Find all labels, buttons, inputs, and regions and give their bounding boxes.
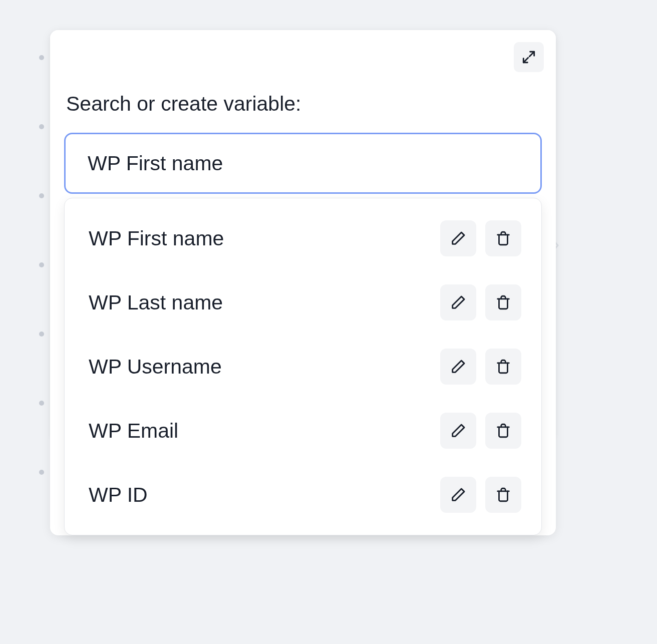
- trash-icon: [495, 422, 512, 439]
- edit-button[interactable]: [440, 477, 476, 513]
- dot: [39, 262, 44, 267]
- delete-button[interactable]: [485, 284, 521, 320]
- pencil-icon: [450, 422, 467, 439]
- variable-search-panel: Search or create variable: WP First name: [50, 30, 556, 535]
- background-dots: [39, 55, 44, 475]
- pencil-icon: [450, 294, 467, 311]
- trash-icon: [495, 230, 512, 247]
- dropdown-item-label: WP ID: [89, 483, 148, 507]
- trash-icon: [495, 294, 512, 311]
- trash-icon: [495, 486, 512, 503]
- dropdown-item-label: WP Username: [89, 355, 222, 379]
- dropdown-item[interactable]: WP First name: [65, 206, 541, 270]
- dot: [39, 332, 44, 337]
- item-actions: [440, 349, 521, 385]
- edit-button[interactable]: [440, 284, 476, 320]
- delete-button[interactable]: [485, 349, 521, 385]
- dot: [39, 124, 44, 129]
- variable-search-input[interactable]: [64, 133, 542, 194]
- dot: [39, 55, 44, 60]
- variable-dropdown: WP First name: [64, 198, 542, 535]
- item-actions: [440, 284, 521, 320]
- trash-icon: [495, 358, 512, 375]
- dropdown-item-label: WP First name: [89, 227, 224, 250]
- dot: [39, 470, 44, 475]
- delete-button[interactable]: [485, 413, 521, 449]
- edit-button[interactable]: [440, 220, 476, 256]
- dropdown-item[interactable]: WP Email: [65, 399, 541, 463]
- item-actions: [440, 477, 521, 513]
- pencil-icon: [450, 358, 467, 375]
- dot: [39, 193, 44, 198]
- dropdown-item[interactable]: WP Username: [65, 335, 541, 399]
- edit-button[interactable]: [440, 413, 476, 449]
- pencil-icon: [450, 486, 467, 503]
- item-actions: [440, 220, 521, 256]
- expand-icon: [521, 49, 537, 65]
- dot: [39, 401, 44, 406]
- dropdown-item[interactable]: WP ID: [65, 463, 541, 527]
- dropdown-item-label: WP Last name: [89, 291, 223, 314]
- delete-button[interactable]: [485, 220, 521, 256]
- dropdown-item[interactable]: WP Last name: [65, 270, 541, 335]
- expand-button[interactable]: [514, 42, 544, 72]
- item-actions: [440, 413, 521, 449]
- pencil-icon: [450, 230, 467, 247]
- edit-button[interactable]: [440, 349, 476, 385]
- delete-button[interactable]: [485, 477, 521, 513]
- search-label: Search or create variable:: [64, 92, 542, 116]
- dropdown-item-label: WP Email: [89, 419, 178, 443]
